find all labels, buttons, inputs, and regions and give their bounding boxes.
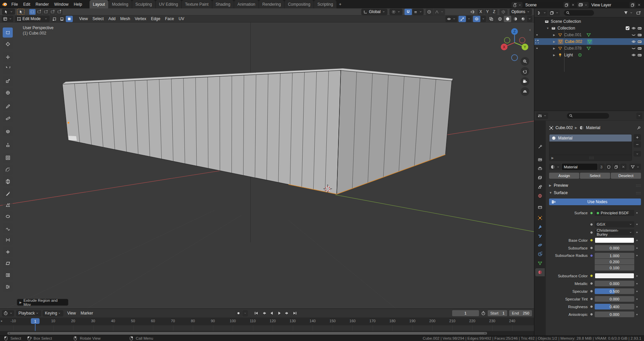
- expand-arrow[interactable]: ▼: [546, 27, 551, 30]
- material-name-field[interactable]: Material: [562, 164, 597, 170]
- tool-smooth[interactable]: [3, 223, 13, 233]
- timeline-editor-type-button[interactable]: [2, 310, 14, 317]
- mirror-axis-y[interactable]: Y: [484, 9, 491, 15]
- browse-material-dropdown[interactable]: [549, 164, 561, 170]
- workspace-tab-layout[interactable]: Layout: [90, 0, 108, 8]
- prev-keyframe-button[interactable]: [260, 310, 268, 317]
- tool-move[interactable]: [3, 52, 13, 62]
- properties-tab-physics[interactable]: [535, 241, 545, 249]
- tool-rip-edge[interactable]: [3, 282, 13, 292]
- menu-help[interactable]: Help: [71, 1, 85, 8]
- new-collection-button[interactable]: [635, 10, 642, 16]
- eye-closed-toggle[interactable]: [631, 46, 636, 51]
- workspace-tab-sculpting[interactable]: Sculpting: [132, 0, 155, 8]
- viewport-menu-mesh[interactable]: Mesh: [118, 16, 132, 22]
- eye-open-toggle[interactable]: [631, 53, 636, 57]
- material-filter-dropdown[interactable]: [629, 164, 641, 170]
- viewport-menu-view[interactable]: View: [77, 16, 90, 22]
- outliner-row-scene-collection[interactable]: Scene Collection: [534, 18, 644, 25]
- show-gizmo-visibility-dropdown[interactable]: [445, 16, 457, 22]
- timeline-menu-view[interactable]: View: [65, 310, 78, 317]
- properties-tab-view-layer[interactable]: [535, 174, 545, 182]
- frame-end-field[interactable]: End 250: [509, 310, 532, 316]
- transform-orientation-dropdown[interactable]: Global: [361, 9, 387, 15]
- blender-logo-icon[interactable]: [0, 0, 9, 8]
- workspace-tab-scripting[interactable]: Scripting: [314, 0, 336, 8]
- deselect-button[interactable]: Deselect: [611, 173, 641, 179]
- shading-dropdown[interactable]: [527, 16, 532, 22]
- tool-poly-build[interactable]: [3, 200, 13, 210]
- properties-options-dropdown[interactable]: [636, 113, 642, 119]
- tool-spin[interactable]: [3, 211, 13, 221]
- mode-dropdown[interactable]: Edit Mode: [15, 16, 50, 22]
- select-mode-set[interactable]: [29, 9, 36, 15]
- play-reverse-button[interactable]: [268, 310, 275, 317]
- select-mode-subtract[interactable]: −: [43, 9, 49, 15]
- active-tool-dropdown[interactable]: [2, 9, 15, 15]
- remove-slot-button[interactable]: [634, 141, 641, 148]
- properties-tab-modifiers[interactable]: [535, 223, 545, 231]
- assign-button[interactable]: Assign: [549, 173, 579, 179]
- overlays-toggle[interactable]: [473, 16, 480, 22]
- active-tool-icon[interactable]: [17, 9, 24, 15]
- properties-search-input[interactable]: [567, 113, 609, 119]
- properties-editor-type-button[interactable]: [536, 113, 548, 119]
- expand-arrow[interactable]: ▶: [553, 34, 558, 37]
- material-users-count[interactable]: 3: [598, 164, 605, 170]
- timeline-menu-keying[interactable]: Keying: [43, 310, 64, 317]
- select-mode-edge-button[interactable]: [58, 16, 65, 22]
- vector-field[interactable]: 1.000: [595, 253, 634, 259]
- preview-panel-header[interactable]: ▶ Preview ::::: [546, 182, 644, 189]
- options-dropdown[interactable]: Options: [509, 9, 532, 15]
- workspace-tab-texture-paint[interactable]: Texture Paint: [182, 0, 212, 8]
- tool-shrink-fatten[interactable]: [3, 247, 13, 257]
- outliner-row-cube-002[interactable]: ▶Cube.002: [534, 38, 644, 45]
- select-button[interactable]: Select: [580, 173, 610, 179]
- timeline-scrollbar[interactable]: [0, 331, 534, 336]
- add-workspace-button[interactable]: +: [337, 0, 344, 8]
- vector-field[interactable]: 0.200: [595, 259, 634, 265]
- camera-toggle[interactable]: [637, 46, 642, 51]
- scene-type-icon[interactable]: [512, 2, 523, 8]
- viewport-canvas[interactable]: User Perspective (1) Cube.002 Z X Y ‹ ▶ …: [0, 22, 534, 308]
- animate-decorator[interactable]: [636, 212, 638, 214]
- tool-annotate[interactable]: [3, 101, 13, 111]
- shading-rendered-button[interactable]: [519, 16, 527, 22]
- operator-panel[interactable]: ▶ Extrude Region and Mov: [17, 299, 68, 306]
- workspace-tab-animation[interactable]: Animation: [234, 0, 259, 8]
- timeline-menu-playback[interactable]: Playback: [16, 310, 41, 317]
- tool-inset-faces[interactable]: [3, 153, 13, 163]
- shader-enum-dropdown[interactable]: Christensen-Burley: [595, 229, 634, 235]
- tool-transform[interactable]: [3, 88, 13, 98]
- select-mode-face-button[interactable]: [66, 16, 73, 22]
- outliner-row-light[interactable]: ▶Light: [534, 52, 644, 58]
- properties-tab-particles[interactable]: [535, 232, 545, 240]
- proportional-falloff-dropdown[interactable]: [433, 9, 445, 15]
- eye-open-toggle[interactable]: [631, 26, 636, 31]
- proportional-editing-toggle[interactable]: [426, 9, 433, 15]
- view-layer-copy-button[interactable]: [630, 2, 636, 8]
- unlink-material-button[interactable]: [620, 164, 627, 170]
- surface-panel-header[interactable]: ▼ Surface ::::: [546, 189, 644, 196]
- list-resize-grip[interactable]: ::::: [589, 156, 594, 160]
- vector-field[interactable]: 0.100: [595, 265, 634, 271]
- properties-tab-render[interactable]: [535, 156, 545, 164]
- animate-decorator[interactable]: [636, 232, 638, 233]
- outliner-row-cube-078[interactable]: ▶Cube.078: [534, 45, 644, 52]
- gizmos-toggle[interactable]: [459, 16, 466, 22]
- snap-target-dropdown[interactable]: [412, 9, 424, 15]
- tool-scale[interactable]: [3, 76, 13, 86]
- animate-decorator[interactable]: [636, 224, 638, 225]
- properties-tab-collection[interactable]: [535, 203, 545, 211]
- shading-solid-button[interactable]: [504, 16, 511, 22]
- pivot-point-dropdown[interactable]: [389, 9, 402, 15]
- auto-keying-toggle[interactable]: [235, 310, 242, 317]
- outliner-restriction-dropdown[interactable]: [549, 10, 560, 16]
- animate-decorator[interactable]: [636, 275, 638, 277]
- tool-extrude-region[interactable]: [3, 140, 13, 150]
- tool-add-cube[interactable]: [3, 126, 13, 136]
- scene-selector[interactable]: Scene: [523, 2, 563, 8]
- scene-copy-button[interactable]: [564, 2, 570, 8]
- gizmos-dropdown[interactable]: [466, 16, 472, 22]
- shading-wireframe-button[interactable]: [496, 16, 503, 22]
